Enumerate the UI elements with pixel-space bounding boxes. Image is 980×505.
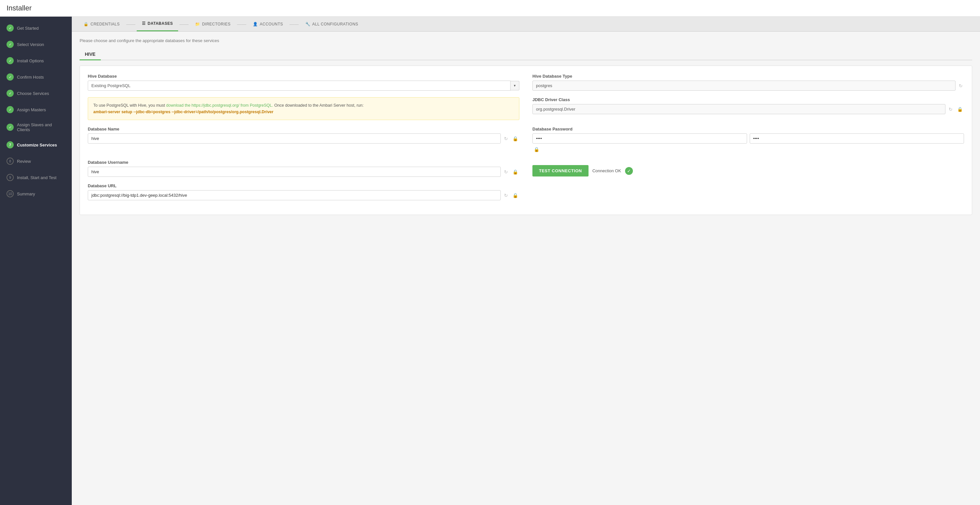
connection-ok-icon: ✓ bbox=[625, 167, 633, 175]
app-title: Installer bbox=[0, 0, 980, 17]
tab-separator-4: —— bbox=[290, 22, 299, 27]
refresh-dbname-button[interactable]: ↻ bbox=[503, 135, 509, 143]
database-name-label: Database Name bbox=[88, 127, 519, 131]
refresh-db-type-button[interactable]: ↻ bbox=[958, 82, 964, 90]
database-password-label: Database Password bbox=[532, 127, 964, 131]
refresh-jdbc-button[interactable]: ↻ bbox=[947, 105, 954, 113]
database-password-confirm-input[interactable] bbox=[750, 134, 964, 143]
database-icon: ☰ bbox=[142, 21, 146, 26]
jdbc-driver-row: ↻ 🔒 bbox=[532, 104, 964, 114]
sidebar-item-install-options[interactable]: ✓ Install Options bbox=[0, 53, 72, 69]
sidebar-item-review[interactable]: 8 Review bbox=[0, 153, 72, 169]
lock-dbname-button[interactable]: 🔒 bbox=[511, 135, 519, 143]
content-description: Please choose and configure the appropri… bbox=[80, 38, 972, 43]
dropdown-arrow-icon[interactable]: ▾ bbox=[511, 81, 519, 90]
database-name-group: Database Name ↻ 🔒 bbox=[88, 127, 519, 153]
sidebar: ✓ Get Started ✓ Select Version ✓ Install… bbox=[0, 17, 72, 505]
connection-ok-text: Connection OK bbox=[592, 168, 621, 173]
pw-lock-row: 🔒 bbox=[532, 145, 964, 153]
sidebar-item-summary[interactable]: 10 Summary bbox=[0, 186, 72, 202]
sidebar-item-select-version[interactable]: ✓ Select Version bbox=[0, 36, 72, 53]
step-indicator-11: 10 bbox=[6, 190, 14, 198]
step-indicator-3: ✓ bbox=[6, 57, 14, 64]
sidebar-item-customize-services[interactable]: 7 Customize Services bbox=[0, 137, 72, 153]
lock-icon: 🔒 bbox=[84, 22, 89, 26]
database-username-row: ↻ 🔒 bbox=[88, 167, 519, 177]
database-name-input[interactable] bbox=[88, 134, 501, 143]
step-indicator-1: ✓ bbox=[6, 24, 14, 32]
database-password-input[interactable] bbox=[532, 134, 747, 143]
alert-text-prefix: To use PostgreSQL with Hive, you must bbox=[93, 103, 166, 108]
hive-database-label: Hive Database bbox=[88, 74, 519, 79]
sidebar-item-get-started[interactable]: ✓ Get Started bbox=[0, 20, 72, 36]
lock-username-button[interactable]: 🔒 bbox=[511, 168, 519, 176]
step-indicator-4: ✓ bbox=[6, 73, 14, 81]
sidebar-item-assign-masters[interactable]: ✓ Assign Masters bbox=[0, 102, 72, 118]
step-indicator-8: 7 bbox=[6, 141, 14, 148]
database-password-group: Database Password 🔒 bbox=[532, 127, 964, 153]
hive-database-type-group: Hive Database Type ↻ bbox=[532, 74, 964, 91]
step-indicator-6: ✓ bbox=[6, 106, 14, 113]
step-indicator-5: ✓ bbox=[6, 90, 14, 97]
step-indicator-2: ✓ bbox=[6, 41, 14, 48]
hive-database-type-label: Hive Database Type bbox=[532, 74, 964, 79]
tab-all-configs[interactable]: 🔧 ALL CONFIGURATIONS bbox=[300, 17, 364, 31]
hive-database-input[interactable] bbox=[88, 81, 511, 91]
database-username-input[interactable] bbox=[88, 167, 501, 177]
folder-icon: 📁 bbox=[195, 22, 200, 26]
database-username-label: Database Username bbox=[88, 160, 519, 165]
wrench-icon: 🔧 bbox=[305, 22, 310, 26]
hive-database-group: Hive Database ▾ bbox=[88, 74, 519, 91]
lock-jdbc-button[interactable]: 🔒 bbox=[956, 105, 964, 113]
tab-accounts[interactable]: 👤 ACCOUNTS bbox=[248, 17, 288, 31]
sidebar-item-choose-services[interactable]: ✓ Choose Services bbox=[0, 85, 72, 102]
sidebar-item-confirm-hosts[interactable]: ✓ Confirm Hosts bbox=[0, 69, 72, 85]
service-tab-bar: HIVE bbox=[80, 49, 972, 61]
sidebar-item-assign-slaves[interactable]: ✓ Assign Slaves and Clients bbox=[0, 118, 72, 137]
lock-url-button[interactable]: 🔒 bbox=[511, 191, 519, 199]
refresh-username-button[interactable]: ↻ bbox=[503, 168, 509, 176]
tab-bar: 🔒 CREDENTIALS —— ☰ DATABASES —— 📁 DIRECT… bbox=[72, 17, 980, 32]
step-indicator-10: 9 bbox=[6, 174, 14, 181]
jdbc-driver-input[interactable] bbox=[532, 104, 945, 114]
user-icon: 👤 bbox=[253, 22, 258, 26]
alert-postgresql: To use PostgreSQL with Hive, you must do… bbox=[88, 97, 519, 120]
tab-directories[interactable]: 📁 DIRECTORIES bbox=[190, 17, 236, 31]
sidebar-item-install-start[interactable]: 9 Install, Start and Test bbox=[0, 169, 72, 186]
tab-separator-1: —— bbox=[126, 22, 135, 27]
database-name-row: ↻ 🔒 bbox=[88, 134, 519, 143]
alert-command: ambari-server setup --jdbc-db=postgres -… bbox=[93, 110, 274, 114]
tab-separator-2: —— bbox=[180, 22, 189, 27]
tab-databases[interactable]: ☰ DATABASES bbox=[137, 17, 178, 31]
test-connection-group: TEST CONNECTION Connection OK ✓ bbox=[532, 160, 964, 177]
test-connection-button[interactable]: TEST CONNECTION bbox=[532, 165, 589, 177]
main-content: 🔒 CREDENTIALS —— ☰ DATABASES —— 📁 DIRECT… bbox=[72, 17, 980, 505]
database-url-row: ↻ 🔒 bbox=[88, 190, 519, 200]
database-url-group: Database URL ↻ 🔒 bbox=[88, 183, 519, 200]
database-password-row bbox=[532, 134, 964, 143]
hive-database-type-row: ↻ bbox=[532, 81, 964, 91]
tab-credentials[interactable]: 🔒 CREDENTIALS bbox=[78, 17, 125, 31]
hive-database-dropdown[interactable]: ▾ bbox=[88, 81, 519, 91]
step-indicator-7: ✓ bbox=[6, 124, 14, 131]
hive-database-type-input[interactable] bbox=[532, 81, 956, 91]
refresh-url-button[interactable]: ↻ bbox=[503, 191, 509, 199]
jdbc-driver-label: JDBC Driver Class bbox=[532, 97, 964, 102]
database-url-input[interactable] bbox=[88, 190, 501, 200]
lock-password-button[interactable]: 🔒 bbox=[532, 145, 541, 153]
database-url-label: Database URL bbox=[88, 183, 519, 188]
tab-separator-3: —— bbox=[237, 22, 246, 27]
alert-link[interactable]: download the https://jdbc.postgresql.org… bbox=[166, 103, 273, 108]
step-indicator-9: 8 bbox=[6, 158, 14, 165]
test-connection-row: TEST CONNECTION Connection OK ✓ bbox=[532, 165, 964, 177]
form-panel: Hive Database ▾ Hive Database Type ↻ bbox=[80, 65, 972, 215]
database-username-group: Database Username ↻ 🔒 bbox=[88, 160, 519, 177]
service-tab-hive[interactable]: HIVE bbox=[80, 49, 101, 61]
jdbc-driver-group: JDBC Driver Class ↻ 🔒 bbox=[532, 97, 964, 120]
alert-text-middle: Once downloaded to the Ambari Server hos… bbox=[273, 103, 363, 108]
